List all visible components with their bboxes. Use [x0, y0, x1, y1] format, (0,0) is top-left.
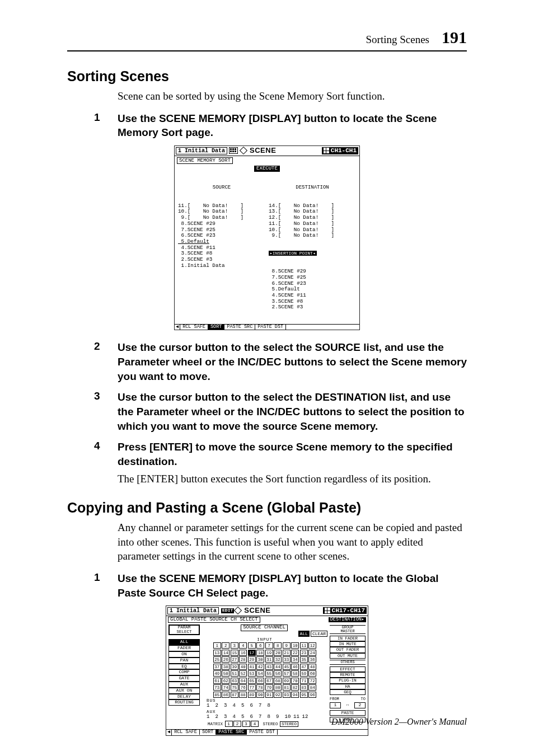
input-ch-87[interactable]: 87 [231, 692, 238, 698]
input-ch-82[interactable]: 82 [291, 684, 299, 691]
input-ch-34[interactable]: 34 [291, 656, 299, 663]
group-out-mute[interactable]: OUT MUTE [330, 653, 366, 659]
bus-6[interactable]: 6 [250, 703, 258, 709]
input-ch-24[interactable]: 24 [308, 650, 316, 656]
input-ch-21[interactable]: 21 [283, 650, 291, 656]
input-ch-31[interactable]: 31 [265, 656, 273, 663]
input-ch-93[interactable]: 93 [283, 692, 291, 698]
tab-rcl-safe[interactable]: RCL SAFE [180, 324, 208, 330]
from-value[interactable]: 1 [330, 702, 341, 708]
input-ch-71[interactable]: 71 [300, 678, 308, 684]
tab-rcl-safe[interactable]: RCL SAFE [172, 729, 200, 735]
input-ch-14[interactable]: 14 [222, 650, 229, 656]
input-ch-13[interactable]: 13 [213, 650, 221, 656]
input-ch-76[interactable]: 76 [239, 684, 247, 691]
input-ch-69[interactable]: 69 [283, 678, 291, 684]
input-ch-32[interactable]: 32 [274, 656, 282, 663]
input-ch-28[interactable]: 28 [239, 656, 247, 663]
input-ch-81[interactable]: 81 [283, 684, 291, 691]
input-ch-47[interactable]: 47 [300, 664, 308, 670]
input-ch-33[interactable]: 33 [283, 656, 291, 663]
input-ch-45[interactable]: 45 [283, 664, 291, 670]
bus-3[interactable]: 3 [224, 703, 232, 709]
input-ch-2[interactable]: 2 [222, 642, 229, 649]
input-ch-77[interactable]: 77 [248, 684, 256, 691]
tab-sort[interactable]: SORT [208, 324, 224, 330]
group-in-mute[interactable]: IN MUTE [330, 641, 366, 647]
input-ch-42[interactable]: 42 [256, 664, 264, 670]
param-comp[interactable]: COMP [168, 669, 200, 675]
aux-4[interactable]: 4 [233, 715, 241, 720]
tab-sort[interactable]: SORT [200, 729, 216, 735]
input-ch-36[interactable]: 36 [308, 656, 316, 663]
input-ch-86[interactable]: 86 [222, 692, 229, 698]
tab-paste-src[interactable]: PASTE SRC [224, 324, 255, 330]
param-delay[interactable]: DELAY [168, 694, 200, 700]
input-ch-61[interactable]: 61 [213, 678, 221, 684]
input-ch-56[interactable]: 56 [274, 670, 282, 677]
input-ch-51[interactable]: 51 [231, 670, 238, 677]
input-ch-57[interactable]: 57 [283, 670, 291, 677]
input-ch-15[interactable]: 15 [231, 650, 238, 656]
aux-5[interactable]: 5 [241, 715, 249, 720]
input-ch-64[interactable]: 64 [239, 678, 247, 684]
aux-7[interactable]: 7 [259, 715, 266, 720]
input-ch-37[interactable]: 37 [213, 664, 221, 670]
input-ch-40[interactable]: 40 [239, 664, 247, 670]
input-ch-65[interactable]: 65 [248, 678, 256, 684]
clear-button[interactable]: CLEAR [311, 631, 327, 637]
param-fader[interactable]: FADER [168, 645, 200, 651]
aux-6[interactable]: 6 [250, 715, 258, 720]
input-ch-85[interactable]: 85 [213, 692, 221, 698]
input-ch-11[interactable]: 11 [300, 642, 308, 649]
input-ch-80[interactable]: 80 [274, 684, 282, 691]
input-ch-5[interactable]: 5 [248, 642, 256, 649]
input-ch-79[interactable]: 79 [265, 684, 273, 691]
input-ch-25[interactable]: 25 [213, 656, 221, 663]
matrix-4[interactable]: 4 [251, 721, 259, 727]
input-ch-27[interactable]: 27 [231, 656, 238, 663]
param-aux[interactable]: AUX [168, 682, 200, 688]
to-value[interactable]: 2 [354, 702, 366, 708]
input-ch-70[interactable]: 70 [291, 678, 299, 684]
others-remote[interactable]: REMOTE [330, 672, 366, 678]
destination-list-item[interactable]: 2.SCENE #3 [269, 304, 356, 311]
all-button[interactable]: ALL [298, 631, 310, 637]
param-routing[interactable]: ROUTING [168, 699, 200, 706]
input-ch-50[interactable]: 50 [222, 670, 229, 677]
input-ch-55[interactable]: 55 [265, 670, 273, 677]
input-ch-89[interactable]: 89 [248, 692, 256, 698]
source-list-item[interactable]: 1.Initial Data [178, 263, 265, 269]
input-ch-60[interactable]: 60 [308, 670, 316, 677]
input-ch-26[interactable]: 26 [222, 656, 229, 663]
input-ch-95[interactable]: 95 [300, 692, 308, 698]
paste-button[interactable]: PASTE [330, 710, 366, 716]
input-ch-16[interactable]: 16 [239, 650, 247, 656]
others-ha[interactable]: HA [330, 684, 366, 689]
stereo-button[interactable]: STEREO [280, 721, 298, 727]
destination-list-item[interactable]: 11.[ No Data! ] [269, 221, 356, 227]
input-ch-90[interactable]: 90 [256, 692, 264, 698]
execute-button[interactable]: EXECUTE [175, 165, 359, 172]
bus-7[interactable]: 7 [259, 703, 266, 709]
param-eq[interactable]: EQ [168, 664, 200, 670]
bus-5[interactable]: 5 [241, 703, 249, 709]
bus-1[interactable]: 1 [207, 703, 214, 709]
tab-left-arrow-icon[interactable]: ◀ [166, 730, 172, 735]
param-gate[interactable]: GATE [168, 675, 200, 682]
input-ch-6[interactable]: 6 [256, 642, 264, 649]
input-ch-17[interactable]: 17 [248, 650, 256, 656]
input-ch-12[interactable]: 12 [308, 642, 316, 649]
bus-grid[interactable]: 12345678 [207, 703, 327, 709]
matrix-3[interactable]: 3 [242, 721, 250, 727]
param-all[interactable]: ALL [168, 639, 200, 645]
input-ch-9[interactable]: 9 [283, 642, 291, 649]
input-ch-1[interactable]: 1 [213, 642, 221, 649]
param-on[interactable]: ON [168, 651, 200, 658]
input-ch-30[interactable]: 30 [256, 656, 264, 663]
input-ch-92[interactable]: 92 [274, 692, 282, 698]
source-list-item[interactable]: 8.SCENE #29 [178, 221, 265, 227]
aux-8[interactable]: 8 [268, 715, 275, 720]
bus-4[interactable]: 4 [233, 703, 241, 709]
aux-grid[interactable]: 123456789101112 [207, 715, 327, 720]
